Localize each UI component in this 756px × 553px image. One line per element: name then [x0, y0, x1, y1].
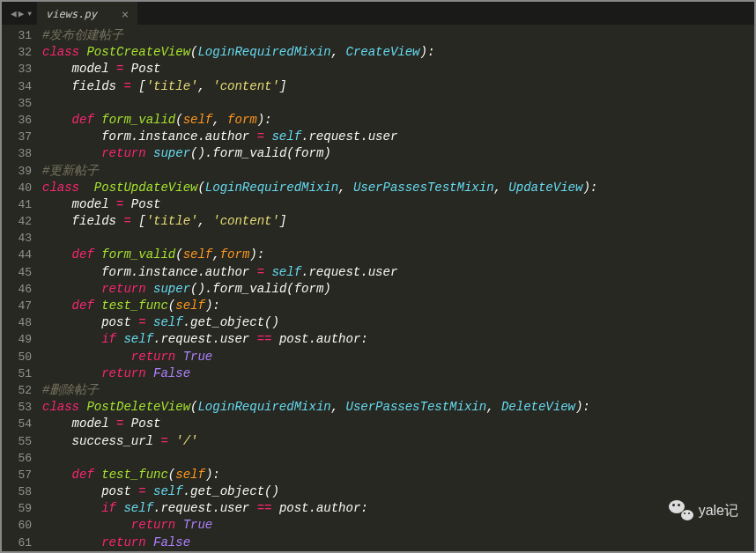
code-line[interactable]: form.instance.author = self.request.user	[42, 129, 754, 145]
code-line[interactable]: class PostUpdateView(LoginRequiredMixin,…	[42, 180, 754, 196]
line-number: 55	[7, 433, 32, 450]
tab-bar: ◀ ▶ ▼ views.py ×	[2, 2, 754, 25]
line-number: 44	[7, 247, 32, 263]
code-line[interactable]: model = Post	[42, 196, 754, 213]
line-number: 43	[7, 230, 32, 247]
code-line[interactable]: return True	[42, 349, 754, 365]
line-number: 61	[7, 535, 32, 551]
code-line[interactable]: #发布创建帖子	[42, 27, 754, 44]
line-number: 48	[7, 314, 32, 331]
code-line[interactable]: fields = ['title', 'content']	[42, 213, 754, 230]
line-number: 52	[7, 382, 32, 399]
line-number: 58	[7, 483, 32, 500]
code-line[interactable]: return False	[42, 535, 754, 551]
line-number: 45	[7, 264, 32, 281]
line-number: 41	[7, 196, 32, 213]
line-number: 60	[7, 517, 32, 534]
code-line[interactable]	[42, 95, 754, 112]
tab-nav: ◀ ▶ ▼	[5, 2, 37, 25]
line-number: 59	[7, 500, 32, 517]
tab-views-py[interactable]: views.py ×	[37, 2, 137, 25]
watermark-text: yale记	[699, 502, 738, 520]
nav-right-icon[interactable]: ▶	[19, 8, 25, 19]
code-line[interactable]: fields = ['title', 'content']	[42, 78, 754, 95]
code-line[interactable]: if self.request.user == post.author:	[42, 500, 754, 517]
code-line[interactable]: return False	[42, 365, 754, 382]
code-line[interactable]: if self.request.user == post.author:	[42, 331, 754, 348]
line-number: 54	[7, 416, 32, 432]
line-number: 42	[7, 213, 32, 230]
line-number: 32	[7, 44, 32, 61]
code-line[interactable]: class PostCreateView(LoginRequiredMixin,…	[42, 44, 754, 61]
code-line[interactable]: post = self.get_object()	[42, 483, 754, 500]
code-line[interactable]: def form_valid(self, form):	[42, 112, 754, 129]
code-line[interactable]: model = Post	[42, 416, 754, 432]
code-line[interactable]	[42, 230, 754, 247]
code-line[interactable]	[42, 450, 754, 467]
editor: 3132333435363738394041424344454647484950…	[2, 25, 754, 551]
line-number: 50	[7, 349, 32, 365]
code-line[interactable]: return super().form_valid(form)	[42, 281, 754, 298]
tab-filename: views.py	[46, 8, 97, 20]
line-number: 51	[7, 365, 32, 382]
code-line[interactable]: #删除帖子	[42, 382, 754, 399]
code-line[interactable]: class PostDeleteView(LoginRequiredMixin,…	[42, 399, 754, 416]
line-number-gutter: 3132333435363738394041424344454647484950…	[2, 25, 42, 551]
line-number: 36	[7, 112, 32, 129]
code-line[interactable]: def form_valid(self,form):	[42, 247, 754, 263]
line-number: 38	[7, 145, 32, 162]
nav-left-icon[interactable]: ◀	[11, 8, 17, 19]
code-line[interactable]: def test_func(self):	[42, 467, 754, 483]
line-number: 56	[7, 450, 32, 467]
code-line[interactable]: form.instance.author = self.request.user	[42, 264, 754, 281]
line-number: 33	[7, 61, 32, 77]
wechat-icon	[669, 500, 693, 521]
line-number: 40	[7, 180, 32, 196]
code-line[interactable]: return super().form_valid(form)	[42, 145, 754, 162]
line-number: 47	[7, 298, 32, 314]
watermark: yale记	[669, 500, 738, 521]
code-line[interactable]: model = Post	[42, 61, 754, 77]
line-number: 35	[7, 95, 32, 112]
line-number: 57	[7, 467, 32, 483]
code-line[interactable]: def test_func(self):	[42, 298, 754, 314]
code-line[interactable]: #更新帖子	[42, 163, 754, 180]
code-line[interactable]: post = self.get_object()	[42, 314, 754, 331]
line-number: 31	[7, 27, 32, 44]
line-number: 53	[7, 399, 32, 416]
line-number: 34	[7, 78, 32, 95]
code-area[interactable]: #发布创建帖子class PostCreateView(LoginRequire…	[42, 25, 754, 551]
close-icon[interactable]: ×	[122, 7, 129, 21]
line-number: 46	[7, 281, 32, 298]
line-number: 49	[7, 331, 32, 348]
code-line[interactable]: success_url = '/'	[42, 433, 754, 450]
line-number: 37	[7, 129, 32, 145]
nav-menu-icon[interactable]: ▼	[27, 10, 32, 18]
code-line[interactable]: return True	[42, 517, 754, 534]
line-number: 39	[7, 163, 32, 180]
